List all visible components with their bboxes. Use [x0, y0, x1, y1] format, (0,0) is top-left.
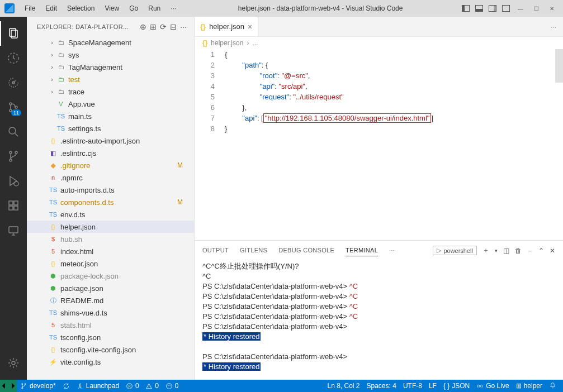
code-content[interactable]: { "path": { "root": "@=src", "api": "src…: [225, 49, 563, 240]
maximize-button[interactable]: ☐: [529, 2, 543, 15]
breadcrumb[interactable]: {} helper.json › ...: [195, 37, 563, 49]
refresh-icon[interactable]: ⟳: [158, 22, 168, 31]
collapse-icon[interactable]: ⊟: [168, 22, 178, 31]
chevron-down-icon[interactable]: ▾: [495, 248, 498, 254]
speed-icon[interactable]: [0, 70, 27, 95]
terminal-output[interactable]: ^C^C终止批处理操作吗(Y/N)?^CPS C:\zlst\dataCente…: [195, 260, 563, 380]
maximize-panel-icon[interactable]: ⌃: [538, 247, 544, 255]
tree-item[interactable]: ⬢package.json: [27, 282, 194, 294]
tree-item[interactable]: TSenv.d.ts: [27, 208, 194, 221]
explorer-icon[interactable]: [0, 21, 27, 46]
new-folder-icon[interactable]: ⊞: [148, 22, 158, 31]
tree-item[interactable]: TSauto-imports.d.ts: [27, 184, 194, 196]
minimize-button[interactable]: —: [514, 2, 527, 15]
tree-item[interactable]: TSshims-vue.d.ts: [27, 307, 194, 319]
tree-item[interactable]: ◆.gitignoreM: [27, 159, 194, 171]
tree-item[interactable]: $hub.sh: [27, 233, 194, 245]
encoding[interactable]: UTF-8: [400, 382, 425, 390]
tree-item[interactable]: ◧.eslintrc.cjs: [27, 147, 194, 159]
tree-item[interactable]: TSsettings.ts: [27, 122, 194, 135]
branch-icon[interactable]: [0, 144, 27, 169]
git-branch[interactable]: develop*: [17, 380, 59, 392]
tree-item[interactable]: n.npmrc: [27, 171, 194, 184]
file-icon: ⚡: [48, 357, 58, 366]
tree-item[interactable]: {}meteor.json: [27, 257, 194, 270]
tree-item[interactable]: TStsconfig.json: [27, 331, 194, 343]
tree-item[interactable]: {}.eslintrc-auto-import.json: [27, 135, 194, 147]
menu-go[interactable]: Go: [125, 2, 143, 15]
panel-tab-···[interactable]: ···: [389, 245, 395, 256]
cursor-position[interactable]: Ln 8, Col 2: [324, 382, 363, 390]
eol[interactable]: LF: [425, 382, 440, 390]
menu-run[interactable]: Run: [144, 2, 165, 15]
split-terminal-icon[interactable]: ◫: [503, 247, 509, 255]
item-label: tsconfig.json: [60, 333, 194, 342]
source-control-icon[interactable]: 11: [0, 95, 27, 119]
tree-item[interactable]: ⚡vite.config.ts: [27, 356, 194, 368]
menu-file[interactable]: File: [20, 2, 40, 15]
scrollbar[interactable]: [555, 49, 563, 240]
code-editor[interactable]: 12345678 { "path": { "root": "@=src", "a…: [195, 49, 563, 240]
panel-tab-gitlens[interactable]: GITLENS: [240, 245, 267, 256]
tree-item[interactable]: ›🗀test: [27, 73, 194, 85]
new-terminal-icon[interactable]: ＋: [482, 246, 489, 255]
indentation[interactable]: Spaces: 4: [363, 382, 400, 390]
layout-bottom-icon[interactable]: [474, 2, 485, 15]
tree-item[interactable]: ›🗀TagManagement: [27, 61, 194, 73]
svg-rect-1: [11, 30, 17, 38]
panel-tab-debug console[interactable]: DEBUG CONSOLE: [278, 245, 334, 256]
item-label: test: [68, 75, 194, 84]
tree-item[interactable]: ›🗀trace: [27, 85, 194, 98]
helper-status[interactable]: ⊞helper: [513, 382, 546, 390]
tab-actions[interactable]: ···: [543, 17, 563, 36]
remote-indicator[interactable]: [0, 380, 17, 392]
problems[interactable]: 0 0: [122, 380, 162, 392]
file-tree[interactable]: ›🗀SpaceManagement›🗀sys›🗀TagManagement›🗀t…: [27, 36, 194, 380]
json-icon: {}: [200, 22, 206, 31]
panel-tab-terminal[interactable]: TERMINAL: [346, 245, 378, 256]
tree-item[interactable]: 5stats.html: [27, 319, 194, 331]
close-panel-icon[interactable]: ✕: [550, 247, 555, 255]
launchpad[interactable]: Launchpad: [73, 380, 122, 392]
panel-tab-output[interactable]: OUTPUT: [202, 245, 229, 256]
search-icon[interactable]: [0, 119, 27, 144]
new-file-icon[interactable]: ⊕: [138, 22, 148, 31]
timeline-icon[interactable]: [0, 46, 27, 70]
ports[interactable]: 0: [162, 380, 182, 392]
run-icon[interactable]: [0, 169, 27, 193]
menu-view[interactable]: View: [100, 2, 124, 15]
sync-status[interactable]: [59, 380, 73, 392]
tree-item[interactable]: ⬢package-lock.json: [27, 270, 194, 282]
menu-edit[interactable]: Edit: [41, 2, 61, 15]
trash-icon[interactable]: 🗑: [515, 247, 522, 255]
tree-item[interactable]: {}helper.json: [27, 221, 194, 233]
extensions-icon[interactable]: [0, 193, 27, 218]
tree-item[interactable]: VApp.vue: [27, 98, 194, 110]
panel-actions: ▷powershell ＋ ▾ ◫ 🗑 ··· ⌃ ✕: [433, 246, 555, 255]
layout-full-icon[interactable]: [500, 2, 512, 15]
remote-icon[interactable]: [0, 218, 27, 242]
shell-selector[interactable]: ▷powershell: [433, 246, 477, 255]
layout-left-icon[interactable]: [460, 2, 471, 15]
tree-item[interactable]: ›🗀sys: [27, 49, 194, 61]
tab-helper-json[interactable]: {} helper.json ×: [195, 17, 258, 36]
menu-···[interactable]: ···: [166, 2, 181, 15]
tree-item[interactable]: ›🗀SpaceManagement: [27, 36, 194, 49]
svg-point-17: [12, 361, 15, 365]
window-title: helper.json - data-platform-web-v4 - Vis…: [181, 4, 460, 12]
tree-item[interactable]: TSmain.ts: [27, 110, 194, 122]
more-terminal-icon[interactable]: ···: [527, 247, 533, 255]
tree-item[interactable]: 5index.html: [27, 245, 194, 257]
tree-item[interactable]: TScomponents.d.tsM: [27, 196, 194, 208]
settings-icon[interactable]: [0, 351, 27, 375]
tree-item[interactable]: {}tsconfig.vite-config.json: [27, 343, 194, 356]
go-live[interactable]: Go Live: [473, 382, 512, 390]
close-button[interactable]: ✕: [545, 2, 559, 15]
tree-item[interactable]: ⓘREADME.md: [27, 294, 194, 307]
language-mode[interactable]: { }JSON: [440, 382, 473, 390]
more-icon[interactable]: ···: [178, 22, 188, 31]
close-tab-icon[interactable]: ×: [248, 22, 252, 31]
layout-right-icon[interactable]: [487, 2, 498, 15]
menu-selection[interactable]: Selection: [63, 2, 99, 15]
notifications-icon[interactable]: [546, 382, 560, 389]
